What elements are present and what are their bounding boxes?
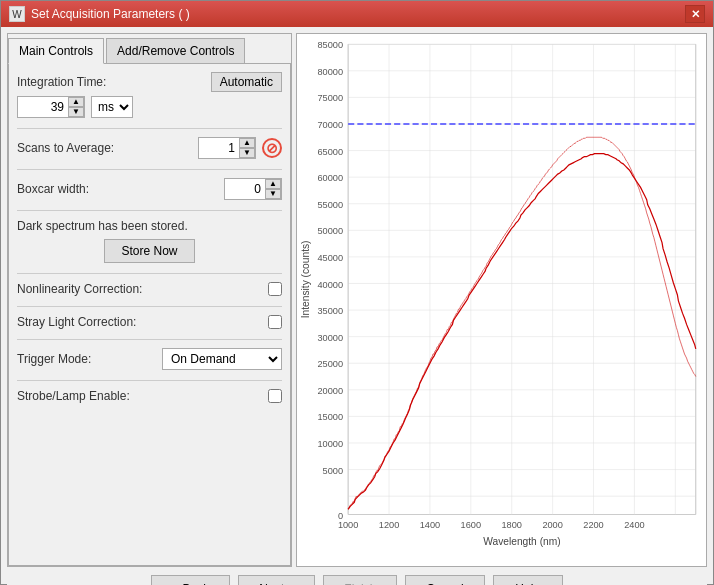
svg-text:50000: 50000 [317, 226, 343, 236]
integration-time-input[interactable] [18, 98, 68, 116]
svg-text:2200: 2200 [583, 520, 603, 530]
svg-text:55000: 55000 [317, 200, 343, 210]
svg-text:2400: 2400 [624, 520, 644, 530]
strobe-lamp-label: Strobe/Lamp Enable: [17, 389, 130, 403]
svg-text:25000: 25000 [317, 359, 343, 369]
scans-to-average-right: ▲ ▼ ⊘ [198, 137, 282, 159]
svg-text:1400: 1400 [420, 520, 440, 530]
finish-button[interactable]: Finish [323, 575, 397, 585]
svg-text:1000: 1000 [338, 520, 358, 530]
svg-text:45000: 45000 [317, 253, 343, 263]
scans-cancel-icon[interactable]: ⊘ [262, 138, 282, 158]
integration-time-spinbox-row: ▲ ▼ ms s [17, 96, 282, 118]
svg-text:40000: 40000 [317, 280, 343, 290]
main-window: W Set Acquisition Parameters ( ) ✕ Main … [0, 0, 714, 585]
tab-main-controls[interactable]: Main Controls [8, 38, 104, 64]
boxcar-width-label: Boxcar width: [17, 182, 89, 196]
svg-text:80000: 80000 [317, 67, 343, 77]
stray-light-correction-label: Stray Light Correction: [17, 315, 136, 329]
svg-text:30000: 30000 [317, 333, 343, 343]
nonlinearity-correction-checkbox[interactable] [268, 282, 282, 296]
integration-time-unit-select[interactable]: ms s [91, 96, 133, 118]
integration-time-label: Integration Time: [17, 75, 106, 89]
left-panel-content: Integration Time: Automatic ▲ ▼ [8, 63, 291, 566]
svg-text:85000: 85000 [317, 40, 343, 50]
svg-text:70000: 70000 [317, 120, 343, 130]
boxcar-width-section: Boxcar width: ▲ ▼ [17, 169, 282, 200]
integration-time-section: Integration Time: Automatic ▲ ▼ [17, 72, 282, 118]
dark-spectrum-section: Dark spectrum has been stored. Store Now [17, 210, 282, 263]
svg-text:10000: 10000 [317, 439, 343, 449]
trigger-mode-label: Trigger Mode: [17, 352, 91, 366]
cancel-button[interactable]: Cancel [405, 575, 484, 585]
left-panel: Main Controls Add/Remove Controls Integr… [7, 33, 292, 567]
spectrum-chart: 85000 80000 75000 70000 65000 60000 5500… [297, 34, 706, 566]
svg-rect-1 [348, 44, 696, 514]
svg-text:15000: 15000 [317, 412, 343, 422]
bottom-bar: < Back Next > Finish Cancel Help [7, 567, 707, 585]
nonlinearity-correction-label: Nonlinearity Correction: [17, 282, 142, 296]
tab-add-remove-controls[interactable]: Add/Remove Controls [106, 38, 245, 64]
stray-light-correction-checkbox[interactable] [268, 315, 282, 329]
main-panel: Main Controls Add/Remove Controls Integr… [7, 33, 707, 567]
boxcar-spinbox[interactable]: ▲ ▼ [224, 178, 282, 200]
svg-text:Wavelength (nm): Wavelength (nm) [483, 536, 560, 547]
svg-text:1200: 1200 [379, 520, 399, 530]
nonlinearity-correction-section: Nonlinearity Correction: [17, 273, 282, 296]
scans-spinbox[interactable]: ▲ ▼ [198, 137, 256, 159]
svg-text:75000: 75000 [317, 93, 343, 103]
chart-panel: 85000 80000 75000 70000 65000 60000 5500… [296, 33, 707, 567]
next-button[interactable]: Next > [238, 575, 315, 585]
window-title: Set Acquisition Parameters ( ) [31, 7, 190, 21]
integration-time-spin-btns: ▲ ▼ [68, 97, 84, 117]
automatic-button[interactable]: Automatic [211, 72, 282, 92]
back-button[interactable]: < Back [151, 575, 230, 585]
svg-text:Intensity (counts): Intensity (counts) [300, 240, 311, 318]
scans-spin-btns: ▲ ▼ [239, 138, 255, 158]
boxcar-input[interactable] [225, 180, 265, 198]
svg-text:5000: 5000 [323, 466, 343, 476]
trigger-mode-section: Trigger Mode: On Demand External Interna… [17, 339, 282, 370]
scans-to-average-section: Scans to Average: ▲ ▼ ⊘ [17, 128, 282, 159]
svg-text:1600: 1600 [461, 520, 481, 530]
scans-input[interactable] [199, 139, 239, 157]
scans-to-average-label: Scans to Average: [17, 141, 114, 155]
tab-bar: Main Controls Add/Remove Controls [8, 34, 291, 64]
stray-light-correction-section: Stray Light Correction: [17, 306, 282, 329]
dark-spectrum-status: Dark spectrum has been stored. [17, 219, 282, 233]
close-button[interactable]: ✕ [685, 5, 705, 23]
scans-up[interactable]: ▲ [239, 138, 255, 148]
trigger-mode-select[interactable]: On Demand External Internal [162, 348, 282, 370]
svg-text:2000: 2000 [542, 520, 562, 530]
boxcar-spin-btns: ▲ ▼ [265, 179, 281, 199]
store-now-button[interactable]: Store Now [104, 239, 194, 263]
scans-down[interactable]: ▼ [239, 148, 255, 158]
boxcar-up[interactable]: ▲ [265, 179, 281, 189]
integration-time-spinbox[interactable]: ▲ ▼ [17, 96, 85, 118]
strobe-lamp-checkbox[interactable] [268, 389, 282, 403]
svg-text:1800: 1800 [501, 520, 521, 530]
window-icon: W [9, 6, 25, 22]
svg-text:60000: 60000 [317, 173, 343, 183]
integration-time-down[interactable]: ▼ [68, 107, 84, 117]
strobe-lamp-section: Strobe/Lamp Enable: [17, 380, 282, 403]
title-bar: W Set Acquisition Parameters ( ) ✕ [1, 1, 713, 27]
integration-time-row: Integration Time: Automatic [17, 72, 282, 92]
boxcar-down[interactable]: ▼ [265, 189, 281, 199]
svg-text:20000: 20000 [317, 386, 343, 396]
help-button[interactable]: Help [493, 575, 563, 585]
content-area: Main Controls Add/Remove Controls Integr… [1, 27, 713, 585]
integration-time-up[interactable]: ▲ [68, 97, 84, 107]
title-bar-left: W Set Acquisition Parameters ( ) [9, 6, 190, 22]
svg-text:65000: 65000 [317, 147, 343, 157]
svg-text:35000: 35000 [317, 306, 343, 316]
